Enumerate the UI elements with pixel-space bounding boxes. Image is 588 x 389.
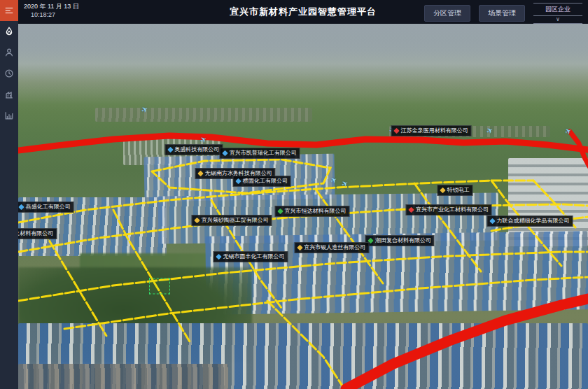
company-label-text: 宜兴紫砂陶器工贸有限公司 [202, 217, 269, 224]
company-label-text: 无锡市圆丰化工有限公司 [223, 253, 285, 260]
smart-park-platform-window: 2020 年 11 月 13 日 10:18:27 宜兴市新材料产业园智慧管理平… [0, 0, 588, 389]
company-label-text: 力联合成精细化学品有限公司 [496, 218, 569, 225]
top-header: 2020 年 11 月 13 日 10:18:27 宜兴市新材料产业园智慧管理平… [18, 0, 588, 24]
company-label[interactable]: 宜兴紫砂陶器工贸有限公司 [192, 215, 272, 226]
company-label[interactable]: 江苏金泉医用材料有限公司 [391, 125, 472, 136]
company-marker-icon [409, 207, 414, 213]
company-marker-icon [440, 188, 446, 193]
flame-icon[interactable] [0, 21, 18, 42]
header-actions: 分区管理 场景管理 园区企业 ∨ [424, 3, 582, 24]
chevron-down-icon: ∨ [533, 16, 582, 22]
company-label[interactable]: 特锐电工 [438, 185, 473, 196]
clock-icon[interactable] [0, 63, 18, 84]
company-label[interactable]: 潮田复合材料有限公司 [365, 235, 435, 246]
company-marker-icon [216, 254, 221, 260]
company-marker-icon [297, 245, 302, 250]
company-label-text: 奥盛科技有限公司 [174, 146, 219, 153]
bar-chart-icon[interactable] [0, 105, 18, 126]
company-label-text: 宜兴市产业化工材料有限公司 [416, 206, 489, 213]
company-label-text: 燕盛化工有限公司 [26, 204, 71, 211]
user-icon[interactable] [0, 42, 18, 63]
park-enterprises-dropdown[interactable]: 园区企业 ∨ [533, 3, 582, 24]
zone-management-button[interactable]: 分区管理 [424, 5, 470, 22]
company-labels-layer: 奥盛科技有限公司宜兴市凯普瑞化工有限公司无锡南方水务科技有限公司横固化工有限公司… [18, 24, 588, 389]
company-label[interactable]: 宜兴市银人造丝有限公司 [294, 242, 369, 253]
company-label-text: 宜兴市恒达材料有限公司 [285, 208, 346, 215]
company-label[interactable]: 燕盛化工有限公司 [18, 201, 74, 213]
company-label-text: 潮田复合材料有限公司 [375, 237, 431, 244]
company-label[interactable]: 宜兴市恒达材料有限公司 [275, 206, 350, 217]
company-label[interactable]: 庆发防火材料有限公司 [18, 228, 57, 239]
company-marker-icon [167, 147, 173, 153]
company-label[interactable]: 奥盛科技有限公司 [164, 144, 223, 155]
factory-icon[interactable] [0, 84, 18, 105]
company-marker-icon [489, 218, 495, 224]
company-label-text: 宜兴市银人造丝有限公司 [304, 244, 365, 251]
company-marker-icon [19, 204, 24, 210]
company-marker-icon [197, 171, 203, 176]
menu-icon[interactable] [0, 0, 18, 21]
company-label[interactable]: 力联合成精细化学品有限公司 [486, 215, 573, 227]
company-label[interactable]: 宜兴市凯普瑞化工有限公司 [220, 148, 300, 159]
company-marker-icon [195, 218, 200, 223]
company-label-text: 特锐电工 [447, 187, 470, 194]
selection-box[interactable] [149, 278, 170, 294]
company-marker-icon [277, 208, 283, 214]
company-marker-icon [222, 150, 227, 156]
company-marker-icon [236, 178, 241, 184]
scene-management-button[interactable]: 场景管理 [479, 5, 525, 22]
map-3d-viewport[interactable]: ✈✈✈✈✈✈✈ 奥盛科技有限公司宜兴市凯普瑞化工有限公司无锡南方水务科技有限公司… [18, 24, 588, 389]
company-marker-icon [393, 128, 399, 134]
company-label[interactable]: 宜兴市产业化工材料有限公司 [406, 204, 492, 215]
sidebar [0, 0, 18, 389]
company-label-text: 宜兴市凯普瑞化工有限公司 [230, 150, 297, 157]
park-enterprises-label: 园区企业 [533, 4, 582, 16]
company-label-text: 横固化工有限公司 [243, 178, 288, 185]
company-label-text: 庆发防火材料有限公司 [18, 230, 53, 237]
company-label[interactable]: 无锡市圆丰化工有限公司 [214, 251, 288, 262]
company-label[interactable]: 横固化工有限公司 [233, 176, 291, 187]
company-label-text: 江苏金泉医用材料有限公司 [401, 127, 468, 134]
